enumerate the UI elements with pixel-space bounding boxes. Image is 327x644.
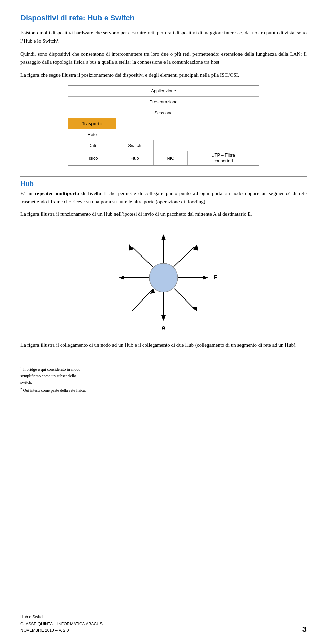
intro-paragraph-2: Quindi, sono dispositivi che consentono … bbox=[20, 50, 307, 66]
intro-p1-text: Esistono molti dispositivi hardware che … bbox=[20, 30, 307, 44]
footnotes-section: 1 Il bridge è qui considerato in modo se… bbox=[20, 363, 89, 394]
iso-layer-fisico: Fisico bbox=[68, 151, 116, 165]
figure-description: La figura che segue illustra il posizion… bbox=[20, 71, 307, 79]
hub-p1-bold: repeater multiporta di livello 1 bbox=[35, 191, 106, 196]
svg-line-13 bbox=[132, 247, 153, 267]
svg-point-0 bbox=[149, 263, 178, 292]
hub-diagram-svg: A E bbox=[92, 225, 235, 334]
iso-row-trasporto: Trasporto bbox=[68, 118, 259, 129]
iso-row-sessione: Sessione bbox=[68, 107, 259, 118]
iso-layer-applicazione: Applicazione bbox=[68, 86, 259, 96]
svg-line-9 bbox=[174, 247, 194, 267]
svg-text:A: A bbox=[161, 325, 166, 331]
svg-line-11 bbox=[132, 289, 153, 311]
iso-row-fisico: Fisico Hub NIC UTP – Fibraconnettori bbox=[68, 151, 259, 165]
iso-layer-rete: Rete bbox=[68, 129, 116, 140]
svg-line-15 bbox=[174, 289, 195, 309]
footer-subtitle: CLASSE QUINTA – INFORMATICA ABACUS bbox=[20, 621, 103, 627]
svg-marker-4 bbox=[161, 315, 166, 321]
iso-layer-dati: Dati bbox=[68, 140, 116, 151]
iso-device-nic: NIC bbox=[154, 151, 188, 165]
iso-layer-sessione: Sessione bbox=[68, 107, 259, 118]
iso-trasporto-empty bbox=[116, 118, 259, 129]
iso-layer-presentazione: Presentazione bbox=[68, 97, 259, 107]
iso-osi-diagram: Applicazione Presentazione Sessione Tras… bbox=[68, 85, 259, 166]
hub-paragraph-3: La figura illustra il collegamento di un… bbox=[20, 341, 307, 349]
page-title: Dispositivi di rete: Hub e Switch bbox=[20, 14, 307, 23]
intro-p1-end: . bbox=[58, 38, 60, 44]
footnote-1: 1 Il bridge è qui considerato in modo se… bbox=[20, 366, 89, 386]
iso-dati-empty bbox=[154, 140, 259, 151]
hub-paragraph-1: E’ un repeater multiporta di livello 1 c… bbox=[20, 189, 307, 206]
svg-marker-8 bbox=[119, 276, 124, 280]
hub-section-title: Hub bbox=[20, 176, 307, 188]
footnote-2: 2 Qui inteso come parte della rete fisic… bbox=[20, 386, 89, 394]
iso-row-rete: Rete bbox=[68, 129, 259, 140]
iso-row-presentazione: Presentazione bbox=[68, 97, 259, 107]
hub-paragraph-2: La figura illustra il funzionamento di u… bbox=[20, 210, 307, 218]
iso-row-dati: Dati Switch bbox=[68, 140, 259, 151]
iso-rete-empty bbox=[116, 129, 259, 140]
iso-layer-trasporto: Trasporto bbox=[68, 118, 116, 129]
svg-marker-6 bbox=[203, 276, 208, 280]
svg-marker-16 bbox=[192, 307, 197, 312]
footer-info: Hub e Switch CLASSE QUINTA – INFORMATICA… bbox=[20, 614, 103, 634]
hub-p1-post: che permette di collegare punto-punto ad… bbox=[106, 191, 289, 196]
hub-p1-pre: E’ un bbox=[20, 191, 35, 196]
iso-row-applicazione: Applicazione bbox=[68, 86, 259, 97]
svg-marker-2 bbox=[161, 234, 166, 240]
iso-device-switch: Switch bbox=[116, 140, 154, 151]
iso-device-utp: UTP – Fibraconnettori bbox=[188, 151, 259, 165]
page-container: Dispositivi di rete: Hub e Switch Esisto… bbox=[0, 0, 327, 422]
intro-paragraph-1: Esistono molti dispositivi hardware che … bbox=[20, 29, 307, 45]
iso-device-hub: Hub bbox=[116, 151, 154, 165]
footer-title: Hub e Switch bbox=[20, 614, 103, 620]
page-footer: Hub e Switch CLASSE QUINTA – INFORMATICA… bbox=[20, 614, 307, 634]
svg-text:E: E bbox=[214, 275, 218, 280]
footer-page-number: 3 bbox=[302, 625, 307, 634]
hub-star-diagram: A E bbox=[92, 225, 235, 334]
footer-date: NOVEMBRE 2010 – V. 2.0 bbox=[20, 627, 103, 634]
